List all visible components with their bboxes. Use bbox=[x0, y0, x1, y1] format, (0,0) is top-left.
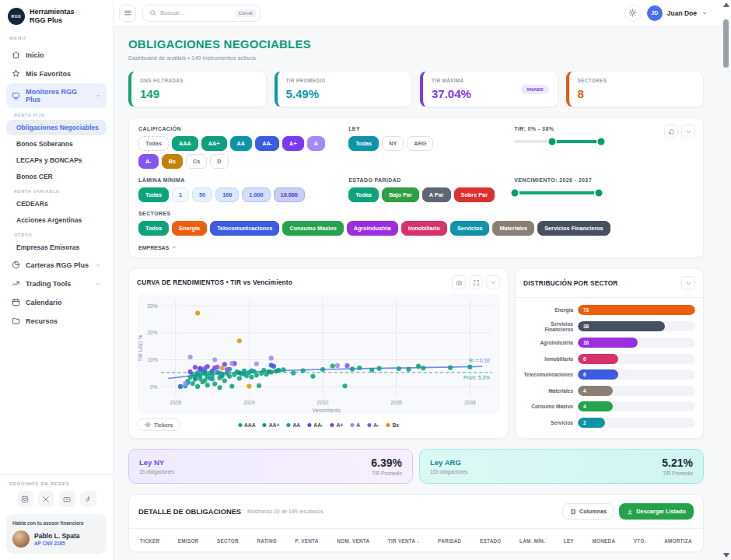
slider-handle[interactable] bbox=[512, 190, 519, 197]
legend-item-a[interactable]: A- bbox=[367, 422, 379, 428]
sector-chip-todos[interactable]: Todos bbox=[138, 221, 169, 236]
paridad-chip-a-par[interactable]: A Par bbox=[422, 187, 451, 202]
column-header-moneda[interactable]: MONEDA bbox=[593, 538, 616, 544]
slider-handle[interactable] bbox=[549, 138, 556, 145]
legend-item-aa[interactable]: AA- bbox=[307, 422, 323, 428]
calificacion-chip-aa[interactable]: AA+ bbox=[201, 136, 227, 151]
paridad-chip-sobre-par[interactable]: Sobre Par bbox=[454, 187, 495, 202]
ley-chip-arg[interactable]: ARG bbox=[407, 136, 433, 151]
sector-chip-consumo-masivo[interactable]: Consumo Masivo bbox=[282, 221, 343, 236]
column-header-vto[interactable]: VTO. bbox=[634, 538, 646, 544]
column-header-sector[interactable]: SECTOR bbox=[217, 538, 239, 544]
slider-handle[interactable] bbox=[598, 138, 605, 145]
sidebar-item-mis-favoritos[interactable]: Mis Favoritos bbox=[6, 65, 107, 82]
bar-fill[interactable]: 2 bbox=[578, 418, 605, 428]
paridad-chip-todas[interactable]: Todas bbox=[348, 187, 379, 202]
column-header-estado[interactable]: ESTADO bbox=[480, 538, 502, 544]
sidebar-item-monitores-rgg-plus[interactable]: Monitores RGG Plus bbox=[6, 83, 107, 108]
sidebar-item-bonos-soberanos[interactable]: Bonos Soberanos bbox=[6, 136, 107, 152]
sidebar-item-cedears[interactable]: CEDEARs bbox=[6, 196, 107, 212]
calificacion-chip-aa[interactable]: AA- bbox=[255, 136, 279, 151]
calificacion-chip-bs[interactable]: Bs bbox=[162, 154, 183, 169]
sector-chip-servicios[interactable]: Servicios bbox=[450, 221, 489, 236]
reset-filters-button[interactable] bbox=[664, 124, 678, 138]
scroll-down-arrow[interactable] bbox=[723, 553, 729, 558]
tir-range-slider[interactable] bbox=[514, 140, 601, 143]
sector-chip-inmobiliario[interactable]: Inmobiliario bbox=[401, 221, 447, 236]
bar-fill[interactable]: 6 bbox=[578, 354, 618, 364]
legend-item-a[interactable]: A bbox=[350, 422, 360, 428]
instagram-icon[interactable] bbox=[17, 491, 33, 507]
column-header-ticker[interactable]: TICKER bbox=[140, 538, 159, 544]
calificacion-chip-aa[interactable]: AA bbox=[230, 136, 253, 151]
column-header-amortiza[interactable]: AMORTIZA bbox=[664, 538, 692, 544]
fullscreen-button[interactable] bbox=[469, 275, 483, 289]
sector-chip-servicios-financieros[interactable]: Servicios Financieros bbox=[537, 221, 610, 236]
column-header-p-venta[interactable]: P. VENTA bbox=[295, 538, 318, 544]
column-header-nom-venta[interactable]: NOM. VENTA bbox=[337, 538, 369, 544]
sidebar-item-recursos[interactable]: Recursos bbox=[6, 312, 107, 330]
sidebar-item-bonos-cer[interactable]: Bonos CER bbox=[6, 169, 107, 184]
lamina-chip-100[interactable]: 100 bbox=[215, 187, 239, 202]
x-icon[interactable] bbox=[38, 491, 54, 507]
search-input[interactable]: Buscar... Ctrl+K bbox=[142, 5, 261, 22]
calificacion-chip-d[interactable]: D bbox=[210, 154, 228, 169]
legend-item-aa[interactable]: AA+ bbox=[263, 422, 280, 428]
scrollbar-thumb[interactable] bbox=[723, 19, 729, 68]
sidebar-item-carteras-rgg-plus[interactable]: Carteras RGG Plus bbox=[6, 256, 107, 274]
bar-fill[interactable]: 38 bbox=[578, 321, 665, 331]
sidebar-item-empresas-emisoras[interactable]: Empresas Emisoras bbox=[6, 240, 107, 255]
column-header-tir-venta[interactable]: TIR VENTA ↓ bbox=[388, 538, 420, 544]
bar-fill[interactable]: 4 bbox=[578, 386, 613, 396]
slider-handle[interactable] bbox=[595, 190, 602, 197]
snapshot-button[interactable] bbox=[452, 275, 466, 289]
bar-fill[interactable]: 16 bbox=[578, 338, 638, 348]
tiktok-icon[interactable] bbox=[80, 491, 96, 507]
download-list-button[interactable]: Descargar Listado bbox=[619, 503, 694, 520]
sector-chip-energ-a[interactable]: Energía bbox=[172, 221, 207, 236]
vencimiento-range-slider[interactable] bbox=[514, 191, 601, 194]
sector-chip-telecomunicaciones[interactable]: Telecomunicaciones bbox=[210, 221, 279, 236]
empresas-expander[interactable]: EMPRESAS bbox=[138, 244, 703, 250]
collapse-sector-button[interactable] bbox=[681, 276, 695, 290]
column-header-emisor[interactable]: EMISOR bbox=[178, 538, 199, 544]
legend-item-aaa[interactable]: AAA bbox=[238, 422, 256, 428]
legend-item-a[interactable]: A+ bbox=[330, 422, 343, 428]
theme-toggle-button[interactable] bbox=[624, 5, 642, 22]
calificacion-chip-a[interactable]: A+ bbox=[282, 136, 304, 151]
sector-chip-materiales[interactable]: Materiales bbox=[492, 221, 534, 236]
column-header-ley[interactable]: LEY bbox=[564, 538, 574, 544]
column-header-l-m-m-n[interactable]: LÁM. MÍN. bbox=[519, 538, 545, 544]
ley-chip-ny[interactable]: NY bbox=[382, 136, 404, 151]
bar-fill[interactable]: 4 bbox=[578, 401, 613, 411]
ley-chip-todas[interactable]: Todas bbox=[348, 136, 379, 151]
vertical-scrollbar[interactable] bbox=[722, 2, 730, 558]
legend-item-bs[interactable]: Bs bbox=[386, 422, 399, 428]
collapse-chart-button[interactable] bbox=[486, 275, 500, 289]
brand[interactable]: RGG Herramientas RGG Plus bbox=[6, 6, 107, 33]
sidebar-item-inicio[interactable]: Inicio bbox=[6, 46, 107, 64]
lamina-chip-1[interactable]: 1 bbox=[172, 187, 189, 202]
bar-fill[interactable]: 6 bbox=[578, 369, 618, 380]
collapse-filters-button[interactable] bbox=[681, 124, 695, 138]
bar-fill[interactable]: 73 bbox=[578, 305, 695, 315]
columns-button[interactable]: Columnas bbox=[562, 503, 614, 520]
lamina-chip-50[interactable]: 50 bbox=[192, 187, 212, 202]
calificacion-chip-a[interactable]: A- bbox=[138, 154, 159, 169]
calificacion-chip-todas[interactable]: Todas bbox=[138, 136, 169, 151]
lamina-chip-1-000[interactable]: 1.000 bbox=[242, 187, 270, 202]
paridad-chip-bajo-par[interactable]: Bajo Par bbox=[382, 187, 419, 202]
user-menu[interactable]: JD Juan Doe bbox=[647, 5, 708, 21]
column-header-paridad[interactable]: PARIDAD bbox=[438, 538, 461, 544]
lamina-chip-todas[interactable]: Todas bbox=[138, 187, 169, 202]
legend-item-aa[interactable]: AA bbox=[286, 422, 300, 428]
calificacion-chip-a[interactable]: A bbox=[307, 136, 325, 151]
sector-chip-agroindustria[interactable]: Agroindustria bbox=[347, 221, 398, 236]
hamburger-button[interactable] bbox=[119, 5, 136, 22]
scroll-up-arrow[interactable] bbox=[723, 2, 729, 7]
sidebar-item-lecaps-y-boncaps[interactable]: LECAPs y BONCAPs bbox=[6, 152, 107, 168]
calificacion-chip-cs[interactable]: Cs bbox=[186, 154, 207, 169]
sidebar-item-trading-tools[interactable]: Trading Tools bbox=[6, 275, 107, 292]
youtube-icon[interactable] bbox=[59, 491, 75, 507]
sidebar-item-obligaciones-negociables[interactable]: Obligaciones Negociables bbox=[6, 120, 107, 135]
